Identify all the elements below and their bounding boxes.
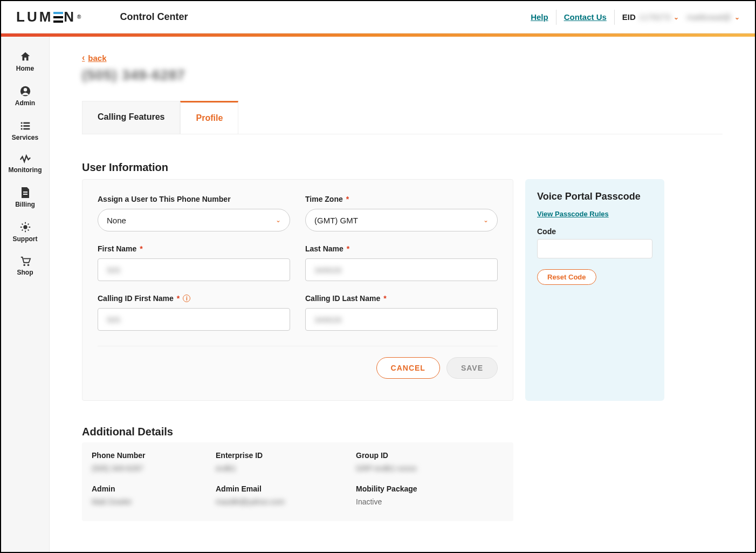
svg-point-1 xyxy=(23,88,26,91)
sidebar-label: Support xyxy=(13,235,38,243)
additional-details-heading: Additional Details xyxy=(82,426,723,438)
sidebar-item-support[interactable]: Support xyxy=(1,215,49,249)
help-link[interactable]: Help xyxy=(531,12,548,22)
contact-link[interactable]: Contact Us xyxy=(564,12,607,22)
user-icon xyxy=(19,85,31,97)
sidebar-label: Admin xyxy=(15,99,35,107)
cid-first-name-input[interactable] xyxy=(98,308,290,331)
info-icon[interactable]: i xyxy=(183,295,190,302)
timezone-select[interactable]: (GMT) GMT ⌄ xyxy=(305,209,498,231)
sidebar-item-services[interactable]: Services xyxy=(1,113,49,148)
chevron-left-icon: ‹ xyxy=(82,53,85,63)
user-value: mattkowal@ xyxy=(686,12,731,22)
monitoring-icon xyxy=(19,154,31,164)
lumen-logo: LUMN® xyxy=(16,9,83,25)
cid-last-name-label: Calling ID Last Name* xyxy=(305,294,498,303)
topbar-right: Help Contact Us EID 1179273 ⌄ mattkowal@… xyxy=(531,10,740,25)
phone-number-value: (505) 349-6287 xyxy=(92,464,216,473)
group-id-value: GRP-evdb1-xxxxx xyxy=(356,464,504,473)
last-name-label: Last Name* xyxy=(305,244,498,253)
topbar: LUMN® Control Center Help Contact Us EID… xyxy=(1,1,755,33)
assign-user-value: None xyxy=(107,216,126,225)
sidebar-label: Shop xyxy=(17,269,33,276)
back-text: back xyxy=(88,53,106,63)
svg-point-10 xyxy=(23,225,27,229)
code-label: Code xyxy=(537,227,652,236)
user-dropdown[interactable]: mattkowal@ ⌄ xyxy=(686,12,740,22)
svg-rect-2 xyxy=(20,122,22,124)
sidebar-label: Monitoring xyxy=(9,166,42,174)
divider xyxy=(614,10,615,25)
sidebar-item-home[interactable]: Home xyxy=(1,44,49,79)
phone-number-label: Phone Number xyxy=(92,451,216,460)
additional-details-card: Phone Number (505) 349-6287 Enterprise I… xyxy=(82,442,513,521)
cid-last-name-input[interactable] xyxy=(305,308,498,331)
svg-rect-6 xyxy=(20,128,22,130)
passcode-title: Voice Portal Passcode xyxy=(537,191,652,202)
view-passcode-rules-link[interactable]: View Passcode Rules xyxy=(537,210,609,218)
sidebar-item-shop[interactable]: Shop xyxy=(1,249,49,283)
chevron-down-icon: ⌄ xyxy=(483,216,489,224)
admin-value: Matt Dowler xyxy=(92,497,216,506)
mobility-package-value: Inactive xyxy=(356,497,504,506)
cart-icon xyxy=(19,256,31,267)
user-info-heading: User Information xyxy=(82,161,723,174)
sidebar: Home Admin Services Monitoring Billing S… xyxy=(1,37,50,552)
divider xyxy=(98,346,498,346)
code-input[interactable] xyxy=(537,239,652,258)
sidebar-item-monitoring[interactable]: Monitoring xyxy=(1,148,49,180)
first-name-label: First Name* xyxy=(98,244,290,253)
svg-rect-9 xyxy=(23,194,28,195)
first-name-input[interactable] xyxy=(98,258,290,281)
billing-icon xyxy=(20,187,31,199)
tab-profile[interactable]: Profile xyxy=(180,101,238,134)
list-icon xyxy=(19,120,31,132)
user-info-card: Assign a User to This Phone Number None … xyxy=(82,179,513,401)
support-icon xyxy=(19,221,31,233)
admin-email-label: Admin Email xyxy=(216,484,356,493)
group-id-label: Group ID xyxy=(356,451,504,460)
timezone-value: (GMT) GMT xyxy=(314,216,358,225)
tab-calling-features[interactable]: Calling Features xyxy=(82,101,180,134)
reset-code-button[interactable]: Reset Code xyxy=(537,269,596,285)
svg-rect-7 xyxy=(23,128,30,130)
cancel-button[interactable]: CANCEL xyxy=(376,357,440,379)
svg-rect-3 xyxy=(23,122,30,124)
save-button[interactable]: SAVE xyxy=(446,357,498,379)
chevron-down-icon: ⌄ xyxy=(734,13,740,21)
sidebar-label: Billing xyxy=(15,201,35,208)
main-content: ‹ back (505) 349-6287 Calling Features P… xyxy=(50,37,755,552)
svg-rect-8 xyxy=(23,192,28,193)
home-icon xyxy=(19,51,31,63)
assign-user-select[interactable]: None ⌄ xyxy=(98,209,290,231)
admin-label: Admin xyxy=(92,484,216,493)
admin-email-value: masdkt@yahoo.com xyxy=(216,497,356,506)
enterprise-id-value: evdb1 xyxy=(216,464,356,473)
eid-label: EID xyxy=(622,12,636,22)
chevron-down-icon: ⌄ xyxy=(673,13,679,21)
sidebar-label: Home xyxy=(16,65,34,72)
app-title: Control Center xyxy=(120,11,188,23)
divider xyxy=(556,10,556,25)
mobility-package-label: Mobility Package xyxy=(356,484,504,493)
svg-rect-4 xyxy=(20,125,22,127)
voice-portal-passcode-card: Voice Portal Passcode View Passcode Rule… xyxy=(525,179,664,401)
timezone-label: Time Zone* xyxy=(305,195,498,203)
topbar-left: LUMN® Control Center xyxy=(16,9,188,25)
sidebar-item-admin[interactable]: Admin xyxy=(1,79,49,113)
last-name-input[interactable] xyxy=(305,258,498,281)
sidebar-item-billing[interactable]: Billing xyxy=(1,180,49,215)
tabs: Calling Features Profile xyxy=(82,101,723,134)
chevron-down-icon: ⌄ xyxy=(276,216,281,224)
eid-dropdown[interactable]: EID 1179273 ⌄ xyxy=(622,12,679,22)
cid-first-name-label: Calling ID First Name*i xyxy=(98,294,290,303)
back-link[interactable]: ‹ back xyxy=(82,53,107,63)
svg-rect-5 xyxy=(23,125,30,127)
svg-point-12 xyxy=(27,264,29,266)
sidebar-label: Services xyxy=(12,134,38,141)
page-title-phone: (505) 349-6287 xyxy=(82,67,723,84)
enterprise-id-label: Enterprise ID xyxy=(216,451,356,460)
assign-user-label: Assign a User to This Phone Number xyxy=(98,195,290,203)
eid-value: 1179273 xyxy=(639,12,670,22)
svg-point-11 xyxy=(23,264,25,266)
